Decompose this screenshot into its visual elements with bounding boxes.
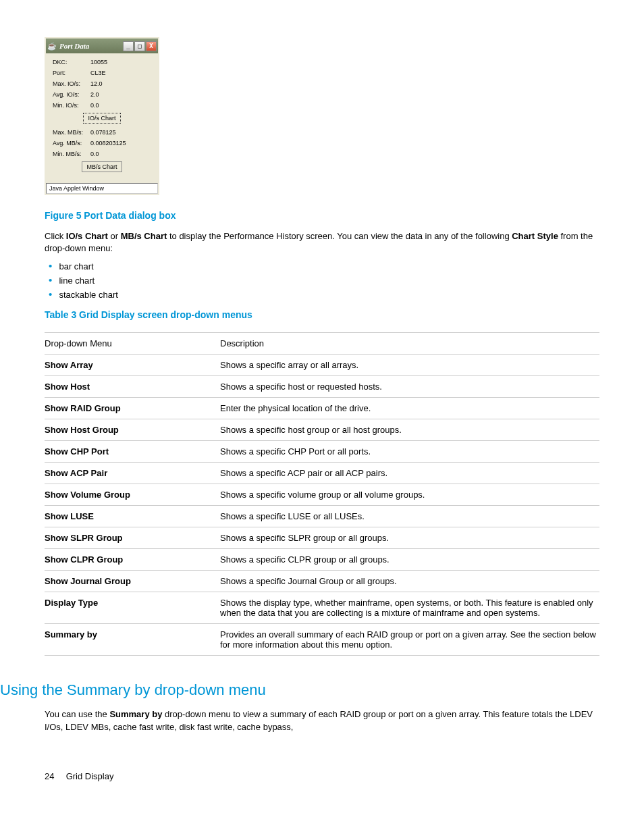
port-data-dialog: ☕ Port Data _ □ X DKC:10055Port:CL3EMax.… [45, 37, 159, 195]
td-menu: Summary by [45, 624, 220, 656]
table-row: Summary byProvides an overall summary of… [45, 624, 599, 656]
page-number: 24 [45, 771, 63, 781]
text: You can use the [45, 709, 109, 719]
th-desc: Description [220, 333, 599, 355]
dialog-row: Avg. MB/s:0.008203125 [50, 140, 154, 147]
table-row: Show ArrayShows a specific array or all … [45, 355, 599, 376]
mb-chart-button[interactable]: MB/s Chart [82, 161, 122, 172]
text-bold: IO/s Chart [66, 231, 108, 241]
td-menu: Show SLPR Group [45, 527, 220, 549]
td-menu: Show Journal Group [45, 571, 220, 592]
paragraph-2: You can use the Summary by drop-down men… [45, 708, 599, 733]
td-desc: Shows a specific LUSE or all LUSEs. [220, 506, 599, 527]
table-row: Show Journal GroupShows a specific Journ… [45, 571, 599, 592]
list-item: line chart [49, 274, 599, 286]
table-row: Show CHP PortShows a specific CHP Port o… [45, 441, 599, 463]
td-desc: Shows a specific host group or all host … [220, 419, 599, 441]
text-bold: Summary by [109, 709, 162, 719]
dialog-row: DKC:10055 [50, 59, 154, 66]
td-desc: Shows a specific SLPR group or all group… [220, 527, 599, 549]
dialog-title: Port Data [59, 42, 89, 50]
dialog-value: 10055 [90, 59, 154, 66]
td-desc: Shows a specific array or all arrays. [220, 355, 599, 376]
dialog-row: Min. MB/s:0.0 [50, 151, 154, 157]
text-bold: Chart Style [512, 231, 558, 241]
dialog-value: 0.0 [90, 151, 154, 157]
dialog-label: Min. MB/s: [50, 151, 90, 157]
td-desc: Shows a specific ACP pair or all ACP pai… [220, 463, 599, 484]
td-desc: Enter the physical location of the drive… [220, 398, 599, 419]
table-row: Show CLPR GroupShows a specific CLPR gro… [45, 549, 599, 571]
dialog-row: Avg. IO/s:2.0 [50, 91, 154, 98]
td-desc: Provides an overall summary of each RAID… [220, 624, 599, 656]
td-menu: Show CHP Port [45, 441, 220, 463]
dialog-value: 0.0 [90, 102, 154, 109]
list-item: bar chart [49, 260, 599, 271]
window-controls: _ □ X [123, 41, 157, 51]
table-header-row: Drop-down Menu Description [45, 333, 599, 355]
td-menu: Show Array [45, 355, 220, 376]
text: or [108, 231, 121, 241]
text: Click [45, 231, 66, 241]
dialog-row: Max. MB/s:0.078125 [50, 129, 154, 136]
table-row: Show RAID GroupEnter the physical locati… [45, 398, 599, 419]
dialog-label: Min. IO/s: [50, 102, 90, 109]
dialog-value: 0.078125 [90, 129, 154, 136]
dropdown-table: Drop-down Menu Description Show ArraySho… [45, 332, 599, 656]
dialog-value: 0.008203125 [90, 140, 154, 147]
table-row: Display TypeShows the display type, whet… [45, 592, 599, 624]
td-desc: Shows a specific CLPR group or all group… [220, 549, 599, 571]
section-heading: Using the Summary by drop-down menu [0, 681, 599, 699]
figure-caption: Figure 5 Port Data dialog box [45, 210, 599, 221]
td-menu: Show ACP Pair [45, 463, 220, 484]
minimize-button[interactable]: _ [123, 41, 134, 51]
dialog-label: Port: [50, 70, 90, 76]
paragraph-1: Click IO/s Chart or MB/s Chart to displa… [45, 230, 599, 255]
table-row: Show SLPR GroupShows a specific SLPR gro… [45, 527, 599, 549]
td-menu: Show LUSE [45, 506, 220, 527]
maximize-button[interactable]: □ [134, 41, 145, 51]
dialog-value: 12.0 [90, 80, 154, 87]
dialog-titlebar: ☕ Port Data _ □ X [46, 38, 158, 53]
titlebar-left: ☕ Port Data [47, 42, 89, 51]
dialog-label: Max. IO/s: [50, 80, 90, 87]
io-chart-button[interactable]: IO/s Chart [83, 113, 120, 124]
td-menu: Show Volume Group [45, 484, 220, 506]
page-content: ☕ Port Data _ □ X DKC:10055Port:CL3EMax.… [45, 37, 599, 781]
td-menu: Display Type [45, 592, 220, 624]
dialog-value: CL3E [90, 70, 154, 76]
table-caption: Table 3 Grid Display screen drop-down me… [45, 309, 599, 320]
table-row: Show LUSEShows a specific LUSE or all LU… [45, 506, 599, 527]
text-bold: MB/s Chart [121, 231, 167, 241]
close-button[interactable]: X [146, 41, 157, 51]
td-menu: Show RAID Group [45, 398, 220, 419]
footer-section: Grid Display [66, 771, 114, 781]
page-footer: 24 Grid Display [45, 771, 599, 781]
dialog-body: DKC:10055Port:CL3EMax. IO/s:12.0Avg. IO/… [46, 53, 158, 183]
table-row: Show ACP PairShows a specific ACP pair o… [45, 463, 599, 484]
td-desc: Shows the display type, whether mainfram… [220, 592, 599, 624]
dialog-value: 2.0 [90, 91, 154, 98]
table-row: Show HostShows a specific host or reques… [45, 376, 599, 398]
dialog-label: Max. MB/s: [50, 129, 90, 136]
td-desc: Shows a specific CHP Port or all ports. [220, 441, 599, 463]
td-menu: Show Host Group [45, 419, 220, 441]
table-row: Show Volume GroupShows a specific volume… [45, 484, 599, 506]
dialog-label: DKC: [50, 59, 90, 66]
td-desc: Shows a specific Journal Group or all gr… [220, 571, 599, 592]
chart-style-list: bar chartline chartstackable chart [49, 260, 599, 300]
td-desc: Shows a specific volume group or all vol… [220, 484, 599, 506]
th-menu: Drop-down Menu [45, 333, 220, 355]
table-row: Show Host GroupShows a specific host gro… [45, 419, 599, 441]
td-menu: Show Host [45, 376, 220, 398]
list-item: stackable chart [49, 288, 599, 300]
td-menu: Show CLPR Group [45, 549, 220, 571]
dialog-label: Avg. MB/s: [50, 140, 90, 147]
java-icon: ☕ [47, 42, 57, 51]
text: to display the Performance History scree… [167, 231, 512, 241]
dialog-row: Port:CL3E [50, 70, 154, 76]
dialog-row: Max. IO/s:12.0 [50, 80, 154, 87]
td-desc: Shows a specific host or requested hosts… [220, 376, 599, 398]
dialog-label: Avg. IO/s: [50, 91, 90, 98]
dialog-row: Min. IO/s:0.0 [50, 102, 154, 109]
